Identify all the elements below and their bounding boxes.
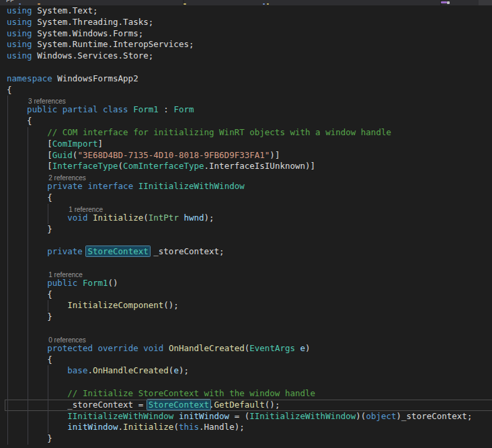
code-line[interactable]: using System.Windows.Forms; xyxy=(0,28,492,40)
code-line[interactable] xyxy=(0,235,492,246)
code-line[interactable] xyxy=(0,62,492,73)
code-line[interactable] xyxy=(0,377,492,388)
code-text: void Initialize(IntPtr hwnd); xyxy=(0,213,492,224)
code-text: [ComImport] xyxy=(0,139,492,150)
indent-guide xyxy=(28,300,28,311)
codelens-line[interactable]: 3 references xyxy=(0,96,492,104)
code-text: InitializeComponent(); xyxy=(0,300,492,311)
code-line[interactable]: { xyxy=(0,354,492,366)
code-line[interactable]: protected override void OnHandleCreated(… xyxy=(0,343,492,354)
code-line[interactable] xyxy=(0,323,492,334)
indent-guide xyxy=(28,433,28,445)
indent-guide xyxy=(28,161,28,172)
code-line[interactable]: } xyxy=(0,311,492,323)
code-line[interactable]: InitializeComponent(); xyxy=(0,300,492,311)
indent-guide xyxy=(7,323,8,334)
code-line[interactable]: initWindow.Initialize(this.Handle); xyxy=(0,422,492,433)
code-line[interactable]: } xyxy=(0,433,492,445)
code-text: { xyxy=(0,354,492,366)
indent-guide xyxy=(7,224,8,235)
code-line[interactable]: public Form1() xyxy=(0,278,492,289)
code-text: public Form1() xyxy=(0,278,492,289)
code-text: IInitializeWithWindow initWindow = (IIni… xyxy=(0,411,492,422)
code-text: { xyxy=(0,192,492,204)
code-text: // Initialize StoreContext with the wind… xyxy=(0,388,492,400)
indent-guide xyxy=(48,411,48,422)
code-text: [InterfaceType(ComInterfaceType.Interfac… xyxy=(0,161,492,172)
code-line[interactable]: // COM interface for initializing WinRT … xyxy=(0,127,492,139)
indent-guide xyxy=(7,192,8,204)
code-line[interactable]: { xyxy=(0,192,492,204)
codelens-line[interactable]: 0 references xyxy=(0,334,492,343)
indent-guide xyxy=(28,400,28,411)
code-line[interactable]: IInitializeWithWindow initWindow = (IIni… xyxy=(0,411,492,422)
code-line[interactable]: { xyxy=(0,116,492,127)
code-line[interactable] xyxy=(0,258,492,269)
code-line[interactable]: private StoreContext _storeContext; xyxy=(0,246,492,258)
codelens-line[interactable]: 1 reference xyxy=(0,204,492,213)
code-line[interactable]: _storeContext = StoreContext.GetDefault(… xyxy=(0,400,492,411)
codelens-line[interactable]: 1 reference xyxy=(0,269,492,278)
indent-guide xyxy=(28,192,28,204)
indent-guide xyxy=(7,246,8,258)
indent-guide xyxy=(28,269,28,278)
indent-guide xyxy=(7,96,8,104)
code-line[interactable]: using System.Threading.Tasks; xyxy=(0,17,492,28)
indent-guide xyxy=(7,116,8,127)
indent-guide xyxy=(28,235,28,246)
indent-guide xyxy=(28,204,28,213)
code-line[interactable]: using System.Runtime.InteropServices; xyxy=(0,39,492,50)
code-line[interactable]: { xyxy=(0,85,492,96)
code-line[interactable]: private interface IInitializeWithWindow xyxy=(0,181,492,192)
code-text: private StoreContext _storeContext; xyxy=(0,246,492,258)
code-text: base.OnHandleCreated(e); xyxy=(0,365,492,377)
indent-guide xyxy=(7,300,8,311)
code-text: using Windows.Services.Store; xyxy=(0,50,492,62)
indent-guide xyxy=(7,213,8,224)
indent-guide xyxy=(48,388,48,400)
code-text: namespace WindowsFormsApp2 xyxy=(0,73,492,85)
indent-guide xyxy=(7,104,8,116)
code-text: initWindow.Initialize(this.Handle); xyxy=(0,422,492,433)
code-text: { xyxy=(0,85,492,96)
code-line[interactable]: namespace WindowsFormsApp2 xyxy=(0,73,492,85)
indent-guide xyxy=(28,172,28,181)
indent-guide xyxy=(7,289,8,301)
code-line[interactable]: // Initialize StoreContext with the wind… xyxy=(0,388,492,400)
code-text: private interface IInitializeWithWindow xyxy=(0,181,492,192)
navigation-bar[interactable]: pp xyxy=(0,0,492,5)
code-line[interactable]: } xyxy=(0,224,492,235)
indent-guide xyxy=(28,258,28,269)
code-line[interactable]: void Initialize(IntPtr hwnd); xyxy=(0,213,492,224)
code-editor[interactable]: using System.Text;using System.Threading… xyxy=(0,5,492,448)
codelens-line[interactable]: 2 references xyxy=(0,172,492,181)
indent-guide xyxy=(48,213,48,224)
indent-guide xyxy=(7,411,8,422)
code-text: using System.Text; xyxy=(0,5,492,17)
indent-guide xyxy=(48,400,48,411)
code-text: } xyxy=(0,311,492,323)
indent-guide xyxy=(28,246,28,258)
indent-guide xyxy=(7,278,8,289)
code-line[interactable]: using System.Text; xyxy=(0,5,492,17)
method-icon-fragment-blue xyxy=(263,3,265,5)
indent-guide xyxy=(7,161,8,172)
nav-icon-fragment-orange xyxy=(38,3,40,5)
code-text: // COM interface for initializing WinRT … xyxy=(0,127,492,139)
code-text: [Guid("3E68D4BD-7135-4D10-8018-9FB6D9F33… xyxy=(0,150,492,161)
indent-guide xyxy=(28,388,28,400)
code-line[interactable]: [Guid("3E68D4BD-7135-4D10-8018-9FB6D9F33… xyxy=(0,150,492,161)
code-text: } xyxy=(0,224,492,235)
indent-guide xyxy=(28,289,28,301)
indent-guide xyxy=(28,150,28,161)
member-icon-fragment-dot xyxy=(447,1,450,4)
code-line[interactable]: [InterfaceType(ComInterfaceType.Interfac… xyxy=(0,161,492,172)
code-line[interactable]: using Windows.Services.Store; xyxy=(0,50,492,62)
code-line[interactable]: public partial class Form1 : Form xyxy=(0,104,492,116)
indent-guide xyxy=(7,172,8,181)
code-line[interactable]: { xyxy=(0,289,492,301)
code-line[interactable]: [ComImport] xyxy=(0,139,492,150)
code-line[interactable]: base.OnHandleCreated(e); xyxy=(0,365,492,377)
highlighted-symbol: StoreContext xyxy=(147,400,210,410)
code-text: { xyxy=(0,116,492,127)
